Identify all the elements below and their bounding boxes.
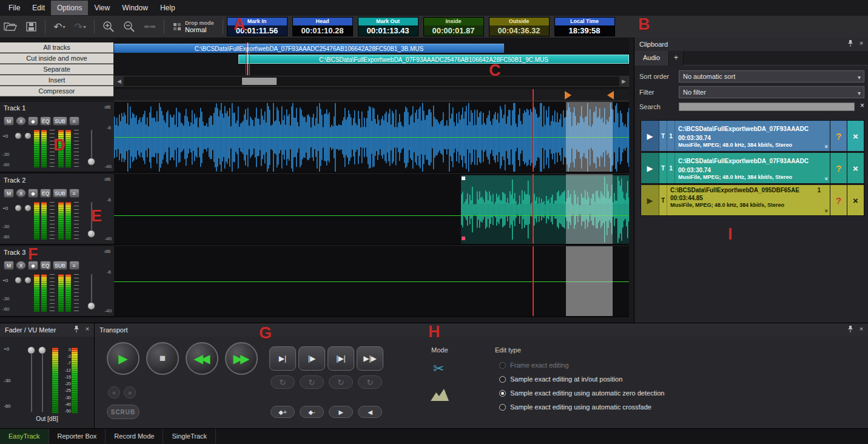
fade-handle[interactable] bbox=[462, 177, 465, 180]
remove-button[interactable]: × bbox=[847, 185, 864, 215]
stop-button[interactable]: ■ bbox=[146, 342, 179, 375]
close-icon[interactable]: × bbox=[83, 325, 92, 333]
scroll-right-button[interactable]: ▶ bbox=[619, 76, 628, 86]
fader-thumb[interactable] bbox=[87, 158, 95, 166]
pin-icon[interactable] bbox=[72, 325, 81, 333]
sub-button[interactable]: SUB bbox=[53, 116, 67, 126]
x-button[interactable]: X bbox=[16, 261, 26, 270]
clipboard-item-3[interactable]: ▶ T C:\BCSData\FullExport\webDA_095DBF65… bbox=[641, 184, 864, 216]
add-tab-button[interactable]: + bbox=[669, 51, 684, 66]
nudge-right-button[interactable]: ▶ bbox=[329, 406, 353, 418]
play-to-mark-button[interactable]: ▶| bbox=[269, 346, 296, 371]
expand-chevron-icon[interactable]: » bbox=[824, 121, 830, 151]
pan-knob[interactable] bbox=[15, 132, 22, 140]
playhead[interactable] bbox=[533, 174, 534, 244]
menu-edit[interactable]: Edit bbox=[26, 1, 51, 15]
eq-button[interactable]: EQ bbox=[40, 261, 51, 270]
overview-playhead[interactable] bbox=[246, 42, 246, 75]
loop-button[interactable]: ↻ bbox=[358, 375, 382, 389]
undo-button[interactable]: ↶▾ bbox=[50, 18, 69, 35]
playhead[interactable] bbox=[533, 246, 534, 316]
help-button[interactable]: ? bbox=[830, 185, 847, 215]
gain-knob[interactable] bbox=[24, 277, 32, 284]
sub-button[interactable]: SUB bbox=[53, 189, 67, 198]
remove-button[interactable]: × bbox=[847, 121, 864, 151]
play-button[interactable]: ▶ bbox=[107, 342, 140, 375]
fast-forward-button[interactable]: ▶▶ bbox=[225, 342, 258, 375]
gain-knob[interactable] bbox=[24, 132, 32, 140]
track2-lane[interactable] bbox=[114, 174, 629, 245]
link-button[interactable] bbox=[141, 18, 159, 35]
add-marker-button[interactable]: ◆+ bbox=[271, 406, 295, 418]
menu-window[interactable]: Window bbox=[116, 1, 154, 15]
head-display[interactable]: Head00:01:10.28 bbox=[292, 17, 353, 36]
radio-frame-exact[interactable]: Frame exact editing bbox=[499, 362, 569, 369]
play-around-mark-button[interactable]: ▶|▶ bbox=[357, 346, 383, 371]
tab-easytrack[interactable]: EasyTrack bbox=[0, 429, 49, 444]
help-button[interactable]: ? bbox=[830, 121, 847, 151]
out-fader-left[interactable] bbox=[27, 346, 35, 354]
overview-clip-1[interactable]: C:\BCSData\FullExport\webDA_07F93AAADC25… bbox=[114, 44, 504, 53]
local-time-display[interactable]: Local Time18:39:58 bbox=[554, 17, 615, 36]
mute-button[interactable]: M bbox=[4, 116, 14, 126]
tool-all-tracks[interactable]: All tracks bbox=[0, 42, 113, 53]
zoom-in-button[interactable] bbox=[99, 18, 118, 35]
pan-button[interactable]: ◆ bbox=[28, 189, 38, 198]
track1-lane[interactable] bbox=[114, 102, 629, 173]
mark-out-display[interactable]: Mark Out00:01:13.43 bbox=[358, 17, 419, 36]
remove-marker-button[interactable]: ◆- bbox=[300, 406, 324, 418]
cut-mode-icon[interactable]: ✂ bbox=[433, 361, 444, 377]
close-icon[interactable]: × bbox=[857, 39, 866, 47]
play-from-mark-button[interactable]: |▶ bbox=[298, 346, 325, 371]
pan-knob[interactable] bbox=[15, 204, 22, 212]
selection-end-marker-icon[interactable] bbox=[607, 91, 614, 99]
menu-help[interactable]: Help bbox=[154, 1, 181, 15]
scrollbar-thumb[interactable] bbox=[242, 78, 277, 85]
out-fader-right[interactable] bbox=[38, 346, 46, 354]
pin-icon[interactable] bbox=[846, 39, 855, 47]
expand-chevron-icon[interactable]: » bbox=[824, 153, 830, 183]
gain-knob[interactable] bbox=[24, 204, 32, 212]
fader-thumb[interactable] bbox=[87, 230, 95, 238]
tab-audio[interactable]: Audio bbox=[634, 51, 669, 66]
tool-insert[interactable]: Insert bbox=[0, 75, 113, 86]
timeline-ruler[interactable] bbox=[114, 89, 629, 101]
clipboard-item-1[interactable]: ▶ T 1 C:\BCSData\FullExport\webDA_07F93A… bbox=[641, 120, 864, 152]
expand-chevron-icon[interactable]: » bbox=[824, 185, 830, 215]
inside-display[interactable]: Inside00:00:01.87 bbox=[423, 17, 484, 36]
radio-sample-inout[interactable]: Sample exact editing at in/out position bbox=[499, 375, 622, 383]
outside-display[interactable]: Outside00:04:36.32 bbox=[489, 17, 550, 36]
search-input[interactable] bbox=[679, 103, 855, 111]
next-marker-button[interactable]: » bbox=[124, 386, 136, 399]
save-button[interactable] bbox=[22, 18, 40, 35]
play-selection-button[interactable]: |▶| bbox=[328, 346, 354, 371]
open-button[interactable] bbox=[1, 18, 19, 35]
pan-knob[interactable] bbox=[15, 277, 22, 284]
fade-mode-icon[interactable] bbox=[431, 388, 449, 403]
scrub-button[interactable]: SCRUB bbox=[107, 405, 140, 419]
radio-sample-crossfade[interactable]: Sample exact editing using automatic cro… bbox=[499, 403, 651, 411]
tab-record-mode[interactable]: Record Mode bbox=[106, 429, 163, 444]
mute-button[interactable]: M bbox=[4, 189, 14, 198]
remove-button[interactable]: × bbox=[847, 153, 864, 183]
fader-thumb[interactable] bbox=[87, 302, 95, 310]
tab-reporter-box[interactable]: Reporter Box bbox=[49, 429, 106, 444]
sort-order-select[interactable]: No automatic sort▾ bbox=[679, 70, 864, 82]
pan-button[interactable]: ◆ bbox=[28, 116, 38, 126]
gain-handle[interactable] bbox=[462, 237, 465, 240]
tab-singletrack[interactable]: SingleTrack bbox=[163, 429, 216, 444]
play-button[interactable]: ▶ bbox=[641, 185, 659, 215]
overview-clip-2[interactable]: C:\BCSData\FullExport\webDA_07F93AAADC25… bbox=[238, 55, 629, 64]
filter-select[interactable]: No filter▾ bbox=[679, 86, 864, 98]
tool-compressor[interactable]: Compressor bbox=[0, 86, 113, 96]
eq-button[interactable]: EQ bbox=[40, 116, 51, 126]
track-menu-button[interactable]: ≡ bbox=[69, 261, 79, 270]
eq-button[interactable]: EQ bbox=[40, 189, 51, 198]
zoom-out-button[interactable] bbox=[120, 18, 138, 35]
x-button[interactable]: X bbox=[16, 116, 26, 126]
prev-marker-button[interactable]: « bbox=[108, 386, 120, 399]
help-button[interactable]: ? bbox=[830, 153, 847, 183]
play-button[interactable]: ▶ bbox=[641, 153, 659, 183]
loop-button[interactable]: ↻ bbox=[329, 375, 353, 389]
drop-mode-control[interactable]: Drop mode Normal bbox=[173, 20, 214, 33]
